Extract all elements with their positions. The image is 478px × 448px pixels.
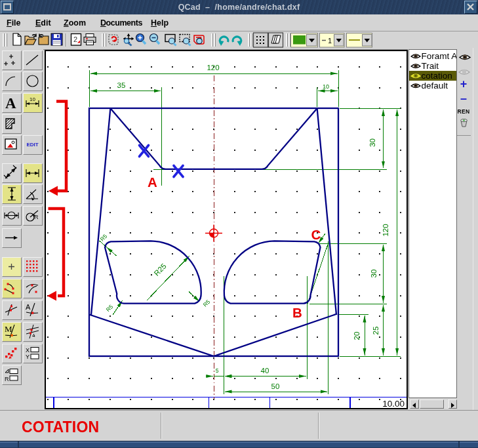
svg-text:10.00: 10.00 [382,399,405,409]
svg-text:20: 20 [353,332,361,340]
svg-text:R5: R5 [104,303,114,313]
svg-text:C: C [311,227,321,242]
svg-text:R: R [34,214,39,220]
svg-text:R5: R5 [201,298,211,308]
svg-text:30: 30 [370,270,378,278]
svg-text:A: A [26,303,31,311]
svg-text:50: 50 [271,382,280,390]
svg-text:Y: Y [26,354,30,360]
svg-text:10: 10 [323,83,329,90]
svg-text:M: M [5,324,12,334]
svg-text:40: 40 [261,367,269,375]
svg-text:1: 1 [328,37,332,45]
svg-text:R: R [5,376,9,382]
svg-text:B: B [292,305,302,320]
svg-text:120: 120 [382,224,389,236]
svg-text:5: 5 [216,367,219,374]
svg-text:R25: R25 [152,262,167,277]
svg-text:2: 2 [73,35,77,43]
svg-text:10: 10 [30,96,35,102]
svg-text:35: 35 [117,81,126,89]
svg-text:X: X [26,347,30,354]
svg-text:30: 30 [368,138,376,147]
svg-text:A: A [148,174,157,190]
svg-text:120: 120 [207,64,219,71]
svg-text:A: A [5,94,16,111]
svg-text:25: 25 [372,327,380,335]
